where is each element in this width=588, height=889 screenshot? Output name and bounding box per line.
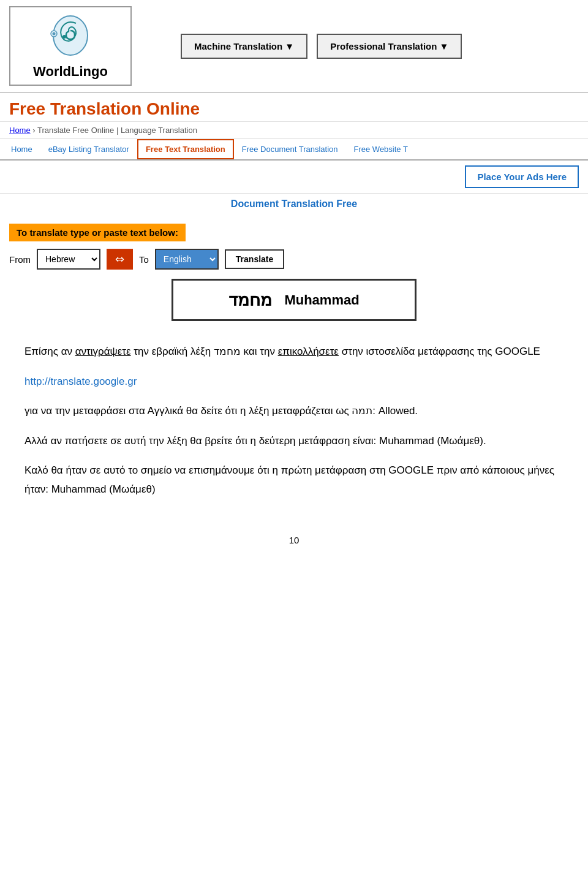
tab-bar: Home eBay Listing Translator Free Text T… xyxy=(0,139,588,161)
from-lang-wrapper: Hebrew English Spanish French German Ara… xyxy=(37,249,100,270)
site-title: Free Translation Online xyxy=(9,99,579,119)
para1-suffix: στην ιστοσελίδα μετάφρασης της GOOGLE xyxy=(339,346,540,357)
from-label: From xyxy=(9,254,31,265)
to-lang-wrapper: English Hebrew Spanish French German Ara… xyxy=(155,249,219,270)
main-content: Επίσης αν αντιγράψετε την εβραϊκή λέξη מ… xyxy=(0,330,588,523)
site-title-section: Free Translation Online xyxy=(0,93,588,122)
paragraph-5: Καλό θα ήταν σε αυτό το σημείο να επισημ… xyxy=(24,461,564,499)
tab-home[interactable]: Home xyxy=(3,140,40,159)
to-language-select[interactable]: English Hebrew Spanish French German Ara… xyxy=(156,250,217,268)
ads-area: Place Your Ads Here xyxy=(0,161,588,194)
page-number: 10 xyxy=(0,523,588,551)
doc-translation-banner: Document Translation Free xyxy=(0,194,588,214)
from-language-select[interactable]: Hebrew English Spanish French German Ara… xyxy=(38,250,99,268)
logo-box: WorldLingo xyxy=(9,6,132,86)
translation-result-box: מחמד Muhammad xyxy=(172,279,417,321)
paragraph-1: Επίσης αν αντιγράψετε την εβραϊκή λέξη מ… xyxy=(24,342,564,361)
translation-section: To translate type or paste text below: F… xyxy=(0,214,588,330)
para1-prefix: Επίσης αν xyxy=(24,346,75,357)
breadcrumb: Home › Translate Free Online | Language … xyxy=(0,122,588,139)
result-hebrew-text: מחמד xyxy=(228,290,272,310)
translate-button[interactable]: Translate xyxy=(225,249,284,269)
machine-translation-button[interactable]: Machine Translation ▼ xyxy=(181,34,307,59)
para3-hebrew: תמה xyxy=(352,402,372,421)
google-translate-link[interactable]: http://translate.google.gr xyxy=(24,376,137,387)
para1-underline1: αντιγράψετε xyxy=(75,346,131,357)
translate-controls: From Hebrew English Spanish French Germa… xyxy=(9,249,579,270)
tab-ebay[interactable]: eBay Listing Translator xyxy=(40,140,137,159)
svg-point-1 xyxy=(62,35,66,39)
page-number-value: 10 xyxy=(289,535,300,545)
logo-normal: Lingo xyxy=(71,64,108,79)
paragraph-3: για να την μεταφράσει στα Αγγλικά θα δεί… xyxy=(24,402,564,421)
place-ads-button[interactable]: Place Your Ads Here xyxy=(465,165,579,188)
tab-free-text[interactable]: Free Text Translation xyxy=(137,139,234,159)
para1-underline2: επικολλήσετε xyxy=(278,346,339,357)
header: WorldLingo Machine Translation ▼ Profess… xyxy=(0,0,588,93)
paragraph-link: http://translate.google.gr xyxy=(24,373,564,392)
result-english-text: Muhammad xyxy=(284,292,359,308)
para1-mid2: και την xyxy=(241,346,278,357)
logo-bold: World xyxy=(33,64,71,79)
tab-free-document[interactable]: Free Document Translation xyxy=(234,140,346,159)
tab-free-website[interactable]: Free Website T xyxy=(346,140,416,159)
logo-icon xyxy=(49,12,92,61)
paragraph-4: Αλλά αν πατήσετε σε αυτή την λέξη θα βρε… xyxy=(24,432,564,451)
doc-translation-label: Document Translation Free xyxy=(231,199,357,209)
nav-buttons: Machine Translation ▼ Professional Trans… xyxy=(181,34,462,59)
para1-mid1: την εβραϊκή λέξη xyxy=(131,346,214,357)
svg-point-3 xyxy=(53,32,56,36)
professional-translation-button[interactable]: Professional Translation ▼ xyxy=(317,34,462,59)
to-label: To xyxy=(139,254,149,265)
breadcrumb-page: Translate Free Online | Language Transla… xyxy=(37,126,197,135)
breadcrumb-home[interactable]: Home xyxy=(9,126,31,135)
breadcrumb-separator: › xyxy=(32,126,35,135)
logo-text: WorldLingo xyxy=(33,64,108,80)
swap-icon: ⇔ xyxy=(115,252,124,266)
swap-languages-button[interactable]: ⇔ xyxy=(107,249,133,270)
para1-hebrew: מחמד xyxy=(214,342,241,361)
translate-instruction: To translate type or paste text below: xyxy=(9,224,186,241)
